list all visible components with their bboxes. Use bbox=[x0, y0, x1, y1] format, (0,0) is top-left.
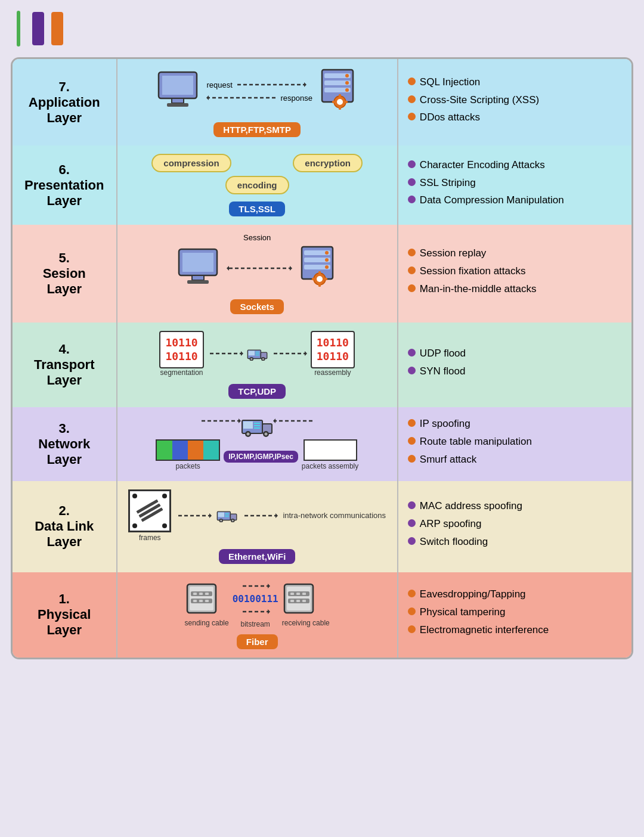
layer-name-transport: 4.TransportLayer bbox=[13, 323, 117, 407]
layer-number: 3. bbox=[18, 421, 110, 436]
svg-marker-7 bbox=[206, 95, 209, 100]
attack-item: Character Encoding Attacks bbox=[408, 159, 622, 172]
svg-marker-26 bbox=[290, 266, 292, 271]
svg-rect-106 bbox=[302, 600, 306, 602]
request-arrow: request bbox=[206, 79, 306, 90]
layer-attacks-transport: UDP flood SYN flood bbox=[398, 323, 631, 407]
svg-rect-22 bbox=[182, 253, 213, 272]
svg-marker-27 bbox=[227, 266, 229, 271]
svg-rect-50 bbox=[255, 351, 259, 352]
pres-diagram-wrap: compression encryption encoding TLS,SSL bbox=[123, 154, 391, 216]
attack-bullet bbox=[408, 537, 416, 545]
svg-rect-88 bbox=[199, 593, 203, 595]
frame-lines bbox=[137, 500, 163, 522]
attack-item: SSL Striping bbox=[408, 176, 622, 190]
sending-label: sending cable bbox=[185, 619, 229, 627]
phys-diagram-wrap: sending cable 00100111 bitstream bbox=[123, 581, 391, 649]
attack-bullet bbox=[408, 95, 416, 103]
assembly-block: packets assembly bbox=[302, 439, 358, 470]
svg-rect-24 bbox=[187, 280, 209, 284]
trans-diagram: 1011010110 segmentation 1011010110 bbox=[123, 331, 391, 377]
layer-name-application: 7.ApplicationLayer bbox=[13, 59, 117, 145]
attack-text: Electromagnetic interference bbox=[420, 624, 549, 637]
attack-text: SYN flood bbox=[420, 365, 466, 379]
attack-text: UDP flood bbox=[420, 347, 466, 361]
encoding-bubble: encoding bbox=[225, 176, 289, 194]
svg-rect-64 bbox=[254, 423, 260, 424]
svg-rect-23 bbox=[192, 275, 204, 280]
svg-point-75 bbox=[220, 520, 222, 522]
sess-diagram-wrap: Session Sockets bbox=[123, 233, 391, 314]
svg-marker-94 bbox=[268, 584, 270, 588]
phys-diagram: sending cable 00100111 bitstream bbox=[123, 581, 391, 628]
trans-diagram-wrap: 1011010110 segmentation 1011010110 bbox=[123, 331, 391, 399]
svg-rect-79 bbox=[225, 514, 229, 515]
binary-right: 1011010110 bbox=[311, 331, 355, 368]
svg-rect-44 bbox=[248, 351, 254, 355]
svg-point-33 bbox=[325, 258, 329, 262]
attack-bullet bbox=[408, 625, 416, 633]
attack-bullet bbox=[408, 284, 416, 292]
frames-label: frames bbox=[128, 534, 171, 542]
svg-rect-40 bbox=[312, 278, 315, 280]
attack-text: Character Encoding Attacks bbox=[420, 159, 545, 172]
dl-diagram-wrap: frames intra-network communications bbox=[123, 489, 391, 564]
sess-diagram bbox=[123, 244, 391, 292]
bitstream-group: 00100111 bitstream bbox=[233, 581, 278, 628]
session-label: Session bbox=[243, 233, 271, 242]
svg-rect-18 bbox=[339, 106, 341, 110]
attack-bullet bbox=[408, 196, 416, 203]
svg-marker-96 bbox=[268, 609, 270, 614]
svg-marker-42 bbox=[241, 351, 243, 356]
layer-row-session: 5.SesionLayer Session bbox=[13, 225, 631, 323]
attacks-list: IP spoofing Route table manipulation Smu… bbox=[408, 417, 622, 467]
attack-item: Data Compression Manipulation bbox=[408, 194, 622, 207]
protocol-badge: HTTP,FTP,SMTP bbox=[213, 122, 301, 137]
attack-item: UDP flood bbox=[408, 347, 622, 361]
svg-rect-105 bbox=[296, 600, 300, 602]
svg-point-34 bbox=[325, 265, 329, 269]
strip-green bbox=[157, 441, 172, 460]
osi-table: 7.ApplicationLayer request respon bbox=[11, 57, 633, 659]
bitstream-label: bitstream bbox=[241, 620, 270, 628]
protocol-badge: Fiber bbox=[237, 634, 278, 649]
layer-diagram-transport: 1011010110 segmentation 1011010110 bbox=[117, 323, 398, 407]
frame-group: frames bbox=[128, 489, 171, 542]
pres-bubbles: compression encryption bbox=[123, 154, 391, 172]
seg-group: 1011010110 segmentation bbox=[159, 331, 203, 377]
svg-rect-3 bbox=[167, 103, 188, 107]
strip-blue bbox=[172, 441, 188, 460]
svg-marker-5 bbox=[304, 82, 306, 87]
svg-rect-92 bbox=[205, 600, 209, 602]
reassembly-group: 1011010110 reassembly bbox=[311, 331, 355, 377]
attack-text: Man-in-the-middle attacks bbox=[420, 283, 537, 296]
attack-bullet bbox=[408, 519, 416, 527]
svg-point-36 bbox=[317, 276, 323, 282]
attack-item: ARP spoofing bbox=[408, 517, 622, 531]
attack-item: MAC address spoofing bbox=[408, 500, 622, 513]
attack-item: SYN flood bbox=[408, 365, 622, 379]
svg-rect-78 bbox=[225, 513, 229, 514]
attack-item: Man-in-the-middle attacks bbox=[408, 283, 622, 296]
attack-text: Data Compression Manipulation bbox=[420, 194, 564, 207]
layer-name-datalink: 2.Data LinkLayer bbox=[13, 481, 117, 572]
layer-diagram-datalink: frames intra-network communications bbox=[117, 481, 398, 572]
response-label: response bbox=[280, 94, 312, 103]
strip-orange bbox=[188, 441, 203, 460]
app-arrows: request response bbox=[206, 79, 312, 103]
attack-text: Switch flooding bbox=[420, 535, 488, 549]
attack-item: DDos attacks bbox=[408, 111, 622, 125]
attack-item: Session replay bbox=[408, 247, 622, 261]
layer-diagram-application: request response bbox=[117, 59, 398, 145]
svg-rect-72 bbox=[218, 513, 224, 517]
pres-center: encoding bbox=[225, 176, 289, 194]
layer-row-presentation: 6.PresentationLayer compression encrypti… bbox=[13, 145, 631, 225]
svg-point-47 bbox=[250, 358, 252, 359]
attack-text: Eavesdropping/Tapping bbox=[420, 588, 526, 602]
title-network bbox=[32, 12, 44, 45]
layer-number: 2. bbox=[18, 503, 110, 519]
strip-teal bbox=[203, 441, 219, 460]
layer-attacks-physical: Eavesdropping/Tapping Physical tampering… bbox=[398, 572, 631, 658]
corner-tr bbox=[162, 494, 167, 498]
attack-bullet bbox=[408, 419, 416, 427]
